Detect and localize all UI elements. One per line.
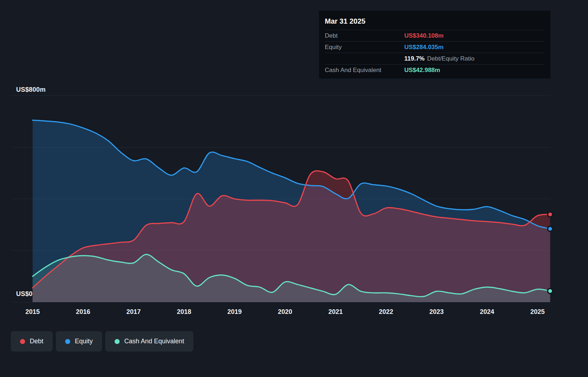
- y-axis-label-top: US$800m: [16, 86, 45, 94]
- x-axis-label-2015: 2015: [25, 308, 40, 316]
- tooltip-row-debt: Debt US$340.108m: [325, 30, 545, 41]
- x-axis-label-2025: 2025: [530, 308, 545, 316]
- x-axis-label-2021: 2021: [328, 308, 343, 316]
- legend-item-equity[interactable]: Equity: [56, 331, 102, 352]
- x-axis-label-2022: 2022: [379, 308, 393, 316]
- tooltip-cash-value: US$42.988m: [404, 67, 440, 74]
- tooltip-cash-label: Cash And Equivalent: [325, 67, 404, 74]
- tooltip-debt-value: US$340.108m: [404, 32, 444, 39]
- cash-and-equivalent-endpoint-marker: [548, 288, 553, 294]
- y-axis-label-bottom: US$0: [16, 290, 33, 298]
- debt-endpoint-marker: [548, 212, 553, 217]
- legend-cash-label: Cash And Equivalent: [124, 338, 184, 345]
- equity-endpoint-marker: [548, 226, 553, 232]
- tooltip-ratio-label: Debt/Equity Ratio: [427, 55, 474, 62]
- tooltip-equity-value: US$284.035m: [404, 44, 444, 51]
- legend-cash-dot-icon: [115, 339, 120, 344]
- tooltip-equity-label: Equity: [325, 44, 404, 51]
- legend-item-cash[interactable]: Cash And Equivalent: [105, 331, 193, 352]
- x-axis-label-2023: 2023: [429, 308, 444, 316]
- legend-equity-label: Equity: [75, 338, 93, 345]
- x-axis-label-2019: 2019: [227, 308, 242, 316]
- legend-debt-label: Debt: [30, 338, 43, 345]
- tooltip-row-cash: Cash And Equivalent US$42.988m: [325, 64, 545, 76]
- tooltip-debt-label: Debt: [325, 32, 404, 39]
- legend-equity-dot-icon: [65, 339, 70, 344]
- tooltip-date: Mar 31 2025: [325, 15, 545, 30]
- legend-item-debt[interactable]: Debt: [11, 331, 53, 352]
- x-axis-label-2020: 2020: [278, 308, 292, 316]
- x-axis-label-2024: 2024: [480, 308, 494, 316]
- tooltip-row-equity: Equity US$284.035m: [325, 41, 545, 53]
- x-axis-label-2017: 2017: [126, 308, 141, 316]
- tooltip-row-ratio: 119.7% Debt/Equity Ratio: [325, 53, 545, 64]
- chart-canvas: US$800m US$0 201520162017201820192020202…: [0, 0, 588, 377]
- legend: Debt Equity Cash And Equivalent: [11, 331, 193, 352]
- legend-debt-dot-icon: [20, 339, 25, 344]
- tooltip-ratio-value: 119.7%: [404, 55, 425, 62]
- tooltip-panel: Mar 31 2025 Debt US$340.108m Equity US$2…: [319, 11, 550, 78]
- x-axis-label-2016: 2016: [76, 308, 90, 316]
- x-axis-label-2018: 2018: [177, 308, 191, 316]
